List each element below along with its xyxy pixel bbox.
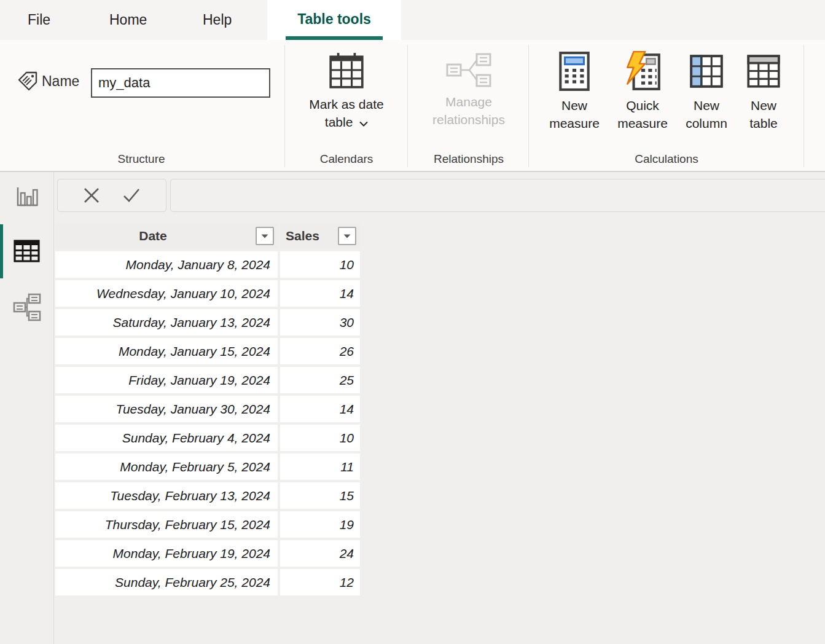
table-row: Sunday, February 25, 2024 12 xyxy=(55,569,360,595)
filter-dropdown-icon xyxy=(343,234,351,238)
group-label-calculations: Calculations xyxy=(605,152,728,166)
table-row: Monday, January 8, 2024 10 xyxy=(55,251,360,278)
group-label-calendars: Calendars xyxy=(285,152,408,166)
table-name-label: Name xyxy=(42,73,79,90)
date-cell[interactable]: Sunday, February 25, 2024 xyxy=(55,569,278,595)
sales-cell[interactable]: 14 xyxy=(280,280,360,307)
date-cell[interactable]: Tuesday, January 30, 2024 xyxy=(55,396,278,422)
chevron-down-icon xyxy=(359,121,368,127)
column-header-date[interactable]: Date xyxy=(55,223,278,249)
sales-cell[interactable]: 15 xyxy=(280,482,360,509)
tab-file[interactable]: File xyxy=(28,0,50,40)
tab-help[interactable]: Help xyxy=(203,0,232,40)
new-measure-button[interactable]: New measure xyxy=(538,51,611,132)
tab-home[interactable]: Home xyxy=(109,0,147,40)
table-row: Saturday, January 13, 2024 30 xyxy=(55,309,360,336)
ribbon-divider xyxy=(803,45,804,167)
date-cell[interactable]: Monday, February 5, 2024 xyxy=(55,454,278,480)
ribbon-divider xyxy=(407,45,408,167)
tab-table-tools-label: Table tools xyxy=(297,11,371,27)
table-body: Monday, January 8, 2024 10 Wednesday, Ja… xyxy=(55,251,360,595)
group-label-structure: Structure xyxy=(80,152,203,166)
mark-as-date-table-label-line2: table xyxy=(325,113,368,131)
table-row: Tuesday, February 13, 2024 15 xyxy=(55,482,360,509)
new-table-icon xyxy=(743,51,784,92)
sales-cell[interactable]: 26 xyxy=(280,338,360,364)
table-row: Wednesday, January 10, 2024 14 xyxy=(55,280,360,307)
new-column-icon xyxy=(686,51,727,92)
new-measure-icon xyxy=(557,51,592,92)
new-column-label-line1: New xyxy=(694,96,719,114)
quick-measure-button[interactable]: Quick measure xyxy=(606,51,679,132)
date-cell[interactable]: Friday, January 19, 2024 xyxy=(55,367,278,393)
sales-cell[interactable]: 14 xyxy=(280,396,360,422)
quick-measure-label-line2: measure xyxy=(617,114,668,132)
table-row: Tuesday, January 30, 2024 14 xyxy=(55,396,360,422)
sales-cell[interactable]: 19 xyxy=(280,511,360,538)
calendar-icon xyxy=(326,51,367,90)
close-icon xyxy=(83,187,100,204)
checkmark-icon xyxy=(122,187,141,204)
data-view-icon[interactable] xyxy=(13,238,41,264)
manage-relationships-label-line1: Manage xyxy=(445,93,492,111)
quick-measure-label-line1: Quick xyxy=(626,96,659,114)
manage-relationships-icon xyxy=(445,52,492,88)
new-table-button[interactable]: New table xyxy=(727,51,800,132)
sales-cell[interactable]: 10 xyxy=(280,425,360,451)
table-header-row: Date Sales xyxy=(55,223,360,249)
manage-relationships-button: Manage relationships xyxy=(417,52,520,128)
report-view-icon[interactable] xyxy=(15,185,39,210)
tag-icon xyxy=(16,69,39,93)
date-cell[interactable]: Wednesday, January 10, 2024 xyxy=(55,280,278,307)
data-grid: Date Sales Monday, January 8, 2024 10 We… xyxy=(55,223,360,598)
sales-cell[interactable]: 25 xyxy=(280,367,360,393)
table-row: Monday, January 15, 2024 26 xyxy=(55,338,360,364)
new-table-label-line1: New xyxy=(751,96,776,114)
table-row: Monday, February 19, 2024 24 xyxy=(55,540,360,567)
new-measure-label-line1: New xyxy=(561,96,587,114)
model-view-icon[interactable] xyxy=(13,293,41,321)
tab-table-tools[interactable]: Table tools xyxy=(267,0,401,40)
date-cell[interactable]: Thursday, February 15, 2024 xyxy=(55,511,278,538)
filter-dropdown-icon xyxy=(261,234,268,238)
new-measure-label-line2: measure xyxy=(549,114,600,132)
table-row: Sunday, February 4, 2024 10 xyxy=(55,425,360,451)
sales-cell[interactable]: 11 xyxy=(280,454,360,480)
date-cell[interactable]: Monday, January 15, 2024 xyxy=(55,338,278,364)
mark-as-date-table-label-line1: Mark as date xyxy=(309,95,383,113)
active-view-indicator xyxy=(0,224,3,278)
quick-measure-icon xyxy=(622,51,663,92)
table-name-input[interactable] xyxy=(91,68,270,98)
date-cell[interactable]: Monday, January 8, 2024 xyxy=(55,251,278,278)
sales-filter-dropdown-button[interactable] xyxy=(338,227,356,245)
sales-cell[interactable]: 30 xyxy=(280,309,360,336)
column-header-date-label: Date xyxy=(139,229,167,243)
column-header-sales-label: Sales xyxy=(286,229,319,243)
table-row: Thursday, February 15, 2024 19 xyxy=(55,511,360,538)
new-column-label-line2: column xyxy=(686,114,727,132)
new-table-label-line2: table xyxy=(749,114,778,132)
date-cell[interactable]: Sunday, February 4, 2024 xyxy=(55,425,278,451)
formula-bar-actions xyxy=(57,179,166,212)
group-label-relationships: Relationships xyxy=(407,152,530,166)
mark-as-date-table-button[interactable]: Mark as date table xyxy=(295,51,398,131)
sales-cell[interactable]: 12 xyxy=(280,569,360,595)
manage-relationships-label-line2: relationships xyxy=(432,111,505,128)
date-cell[interactable]: Monday, February 19, 2024 xyxy=(55,540,278,567)
table-row: Monday, February 5, 2024 11 xyxy=(55,454,360,480)
commit-formula-button[interactable] xyxy=(122,187,141,204)
date-filter-dropdown-button[interactable] xyxy=(256,227,274,245)
ribbon-divider xyxy=(284,45,285,167)
ribbon-divider xyxy=(528,45,529,167)
cancel-formula-button[interactable] xyxy=(83,187,100,204)
formula-input[interactable] xyxy=(170,179,825,212)
table-row: Friday, January 19, 2024 25 xyxy=(55,367,360,393)
date-cell[interactable]: Saturday, January 13, 2024 xyxy=(55,309,278,336)
sales-cell[interactable]: 10 xyxy=(280,251,360,278)
sales-cell[interactable]: 24 xyxy=(280,540,360,567)
date-cell[interactable]: Tuesday, February 13, 2024 xyxy=(55,482,278,509)
column-header-sales[interactable]: Sales xyxy=(280,223,360,249)
ribbon-tab-strip: File Home Help Table tools xyxy=(0,0,825,40)
